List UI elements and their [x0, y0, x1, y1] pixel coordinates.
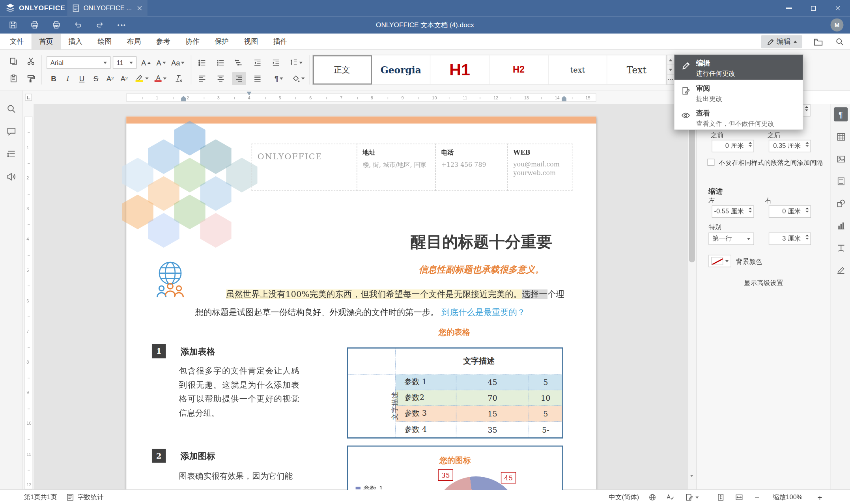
align-left-button[interactable]: [195, 72, 209, 85]
left-indent-marker[interactable]: [181, 96, 186, 101]
numbered-list-button[interactable]: [213, 56, 228, 69]
gallery-up-button[interactable]: [667, 55, 674, 65]
ruler-horizontal[interactable]: 123456789101112131415: [34, 91, 687, 104]
comments-button[interactable]: [6, 126, 17, 137]
tab-file[interactable]: 文件: [2, 34, 31, 50]
tab-layout[interactable]: 布局: [119, 34, 148, 50]
page-number-indicator[interactable]: 第1页共1页: [24, 490, 57, 504]
spin-up-icon[interactable]: [805, 142, 809, 144]
document-canvas[interactable]: ONLYOFFICE 地址 楼, 街, 城市/地区, 国家 电话 +123 45…: [34, 104, 687, 489]
print-button[interactable]: [27, 19, 42, 32]
zoom-in-button[interactable]: +: [818, 490, 822, 504]
shape-settings-icon[interactable]: [834, 196, 848, 211]
style-text-large[interactable]: Text: [607, 55, 666, 84]
paragraph-link[interactable]: 到底什么是最重要的？: [441, 307, 525, 317]
style-h1[interactable]: H1: [431, 55, 489, 84]
increase-font-button[interactable]: A: [139, 56, 153, 69]
scroll-down-icon[interactable]: [690, 477, 693, 487]
editing-mode-button[interactable]: 编辑: [761, 35, 802, 48]
document-paragraph[interactable]: 虽然世界上没有100%完美的东西，但我们希望每一个文件是无限接近完美的。选择一个…: [195, 286, 564, 321]
decrease-indent-button[interactable]: [250, 56, 265, 69]
fit-width-button[interactable]: [735, 490, 744, 504]
paste-button[interactable]: [6, 72, 21, 85]
menu-item-edit-mode[interactable]: 编辑 进行任何更改: [674, 55, 803, 80]
indent-special-amount-input[interactable]: 3 厘米: [769, 233, 811, 245]
cut-button[interactable]: [24, 55, 38, 68]
tab-home[interactable]: 首页: [32, 34, 61, 50]
spin-up-icon[interactable]: [749, 207, 752, 209]
underline-button[interactable]: U: [75, 72, 89, 85]
chart-settings-icon[interactable]: [834, 218, 848, 233]
copy-style-button[interactable]: [24, 72, 38, 85]
tab-collaboration[interactable]: 协作: [178, 34, 207, 50]
ruler-vertical[interactable]: 123456789101112: [23, 104, 34, 489]
set-language-globe-icon[interactable]: [648, 490, 657, 504]
font-name-select[interactable]: Arial: [47, 56, 110, 69]
feedback-support-button[interactable]: [6, 171, 17, 182]
language-indicator[interactable]: 中文(简体): [609, 490, 639, 504]
quick-print-button[interactable]: [49, 19, 64, 32]
header-contact-table[interactable]: ONLYOFFICE 地址 楼, 街, 城市/地区, 国家 电话 +123 45…: [252, 144, 575, 191]
highlight-color-button[interactable]: [133, 72, 151, 85]
style-georgia[interactable]: Georgia: [372, 55, 430, 84]
bold-button[interactable]: B: [47, 72, 61, 85]
menu-item-view-mode[interactable]: 查看 查看文件，但不做任何更改: [674, 105, 803, 129]
multilevel-list-button[interactable]: [232, 56, 246, 69]
change-case-button[interactable]: Aa: [169, 56, 187, 69]
copy-button[interactable]: [6, 55, 21, 68]
fit-page-button[interactable]: [717, 490, 725, 504]
font-size-select[interactable]: 11: [113, 56, 136, 69]
style-h2[interactable]: H2: [489, 55, 548, 84]
spin-down-icon[interactable]: [749, 145, 752, 147]
tab-close-icon[interactable]: [136, 6, 142, 11]
content-chart[interactable]: 您的图标 35 45 参数 1: [347, 446, 563, 489]
indent-right-input[interactable]: 0 厘米: [769, 205, 811, 218]
table-caption[interactable]: 您的表格: [381, 327, 527, 338]
clear-formatting-button[interactable]: [171, 72, 185, 85]
spin-down-icon[interactable]: [749, 211, 752, 213]
style-text-small[interactable]: text: [548, 55, 607, 84]
zoom-level-indicator[interactable]: 缩放100%: [771, 490, 804, 504]
menu-item-review-mode[interactable]: 审阅 提出更改: [674, 80, 803, 105]
undo-button[interactable]: [71, 19, 86, 32]
headerfooter-settings-icon[interactable]: [834, 174, 848, 188]
gallery-down-button[interactable]: [667, 65, 674, 75]
search-button[interactable]: [833, 35, 847, 48]
align-center-button[interactable]: [213, 72, 228, 85]
window-close-button[interactable]: [826, 0, 850, 16]
window-maximize-button[interactable]: [801, 0, 826, 16]
gallery-more-button[interactable]: [667, 75, 674, 85]
navigation-headings-button[interactable]: [6, 149, 17, 159]
textart-settings-icon[interactable]: [834, 241, 848, 255]
align-right-button[interactable]: [232, 72, 246, 85]
tab-protection[interactable]: 保护: [207, 34, 236, 50]
background-color-picker[interactable]: [708, 255, 731, 267]
spellcheck-icon[interactable]: [666, 490, 674, 504]
content-table[interactable]: 文字描述 文字描述 参数 1 45 5 参数2 70 10 参数: [347, 347, 563, 439]
document-subtitle[interactable]: 信息性副标题也承载很多意义。: [362, 264, 601, 276]
align-justify-button[interactable]: [250, 72, 265, 85]
word-count-button[interactable]: 字数统计: [78, 490, 104, 504]
nonprinting-characters-button[interactable]: ¶: [270, 72, 287, 85]
section-1-title[interactable]: 添加表格: [181, 346, 215, 358]
spacing-after-input[interactable]: 0.35 厘米: [769, 140, 811, 153]
spacing-before-input[interactable]: 0 厘米: [712, 140, 754, 153]
redo-button[interactable]: [92, 19, 107, 32]
spin-up-icon[interactable]: [749, 142, 752, 144]
table-settings-icon[interactable]: [834, 129, 848, 144]
tab-draw[interactable]: 绘图: [90, 34, 119, 50]
decrease-font-button[interactable]: A: [154, 56, 168, 69]
subscript-button[interactable]: A2: [117, 72, 131, 85]
document-page[interactable]: ONLYOFFICE 地址 楼, 街, 城市/地区, 国家 电话 +123 45…: [126, 116, 596, 489]
increase-indent-button[interactable]: [269, 56, 283, 69]
font-color-button[interactable]: A: [152, 72, 169, 85]
tab-view[interactable]: 视图: [236, 34, 265, 50]
section-1-body[interactable]: 包含很多字的文件肯定会让人感到很无趣。这就是为什么添加表格可以帮助提供一个更好的…: [179, 364, 299, 420]
shading-button[interactable]: [290, 72, 307, 85]
signature-settings-icon[interactable]: [834, 263, 848, 277]
spin-up-icon[interactable]: [805, 235, 809, 236]
first-line-indent-marker[interactable]: [247, 91, 251, 95]
style-normal[interactable]: 正文: [313, 55, 372, 84]
image-settings-icon[interactable]: [834, 152, 848, 166]
window-minimize-button[interactable]: [777, 0, 801, 16]
